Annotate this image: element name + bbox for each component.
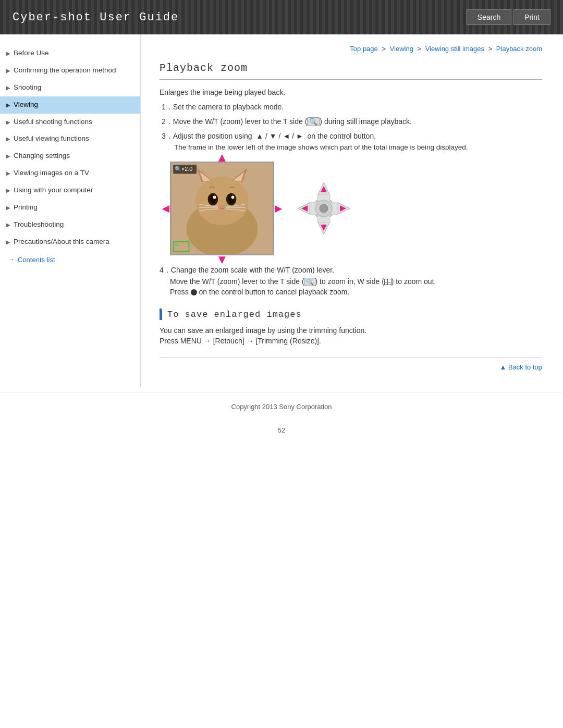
sidebar-item-troubleshooting[interactable]: ▶ Troubleshooting [0,216,140,233]
svg-point-2 [195,176,249,225]
sidebar-item-shooting[interactable]: ▶ Shooting [0,79,140,96]
sidebar-item-label: Shooting [14,83,132,93]
sidebar-item-label: Before Use [14,48,132,58]
arrow-icon: ▶ [6,67,10,75]
arrow-right-icon: → [8,256,15,263]
app-title: Cyber-shot User Guide [13,11,179,24]
arrow-icon: ▶ [6,50,10,57]
dpad-svg [295,180,352,237]
arrow-icon: ▶ [6,187,10,194]
intro-text: Enlarges the image being played back. [160,88,542,96]
footer: Copyright 2013 Sony Corporation [0,392,563,421]
breadcrumb-sep: > [382,45,387,53]
image-section: ▲ ▼ ◄ ► [170,162,542,255]
arrow-up-icon: ▲ [216,151,228,164]
contents-list-link[interactable]: → Contents list [0,251,140,269]
sidebar-item-label: Viewing images on a TV [14,168,132,178]
step-3-text: 3．Adjust the position using ▲ / ▼ / ◄ / … [162,132,376,140]
dpad-container [295,180,352,237]
page-number: 52 [0,426,563,434]
arrow-icon: ▶ [6,221,10,229]
circle-icon [191,289,197,295]
step-4-line3: Press on the control button to cancel pl… [160,288,542,296]
sidebar-item-viewing[interactable]: ▶ Viewing [0,96,140,114]
svg-point-33 [320,204,328,213]
section-heading: To save enlarged images [160,309,542,320]
breadcrumb-sep: > [488,45,494,53]
sidebar-item-label: Useful shooting functions [14,117,132,127]
breadcrumb-top[interactable]: Top page [350,45,378,53]
breadcrumb-playback-zoom[interactable]: Playback zoom [496,45,542,53]
cat-image-container: ▲ ▼ ◄ ► [170,162,274,255]
print-button[interactable]: Print [513,9,550,25]
page-title: Playback zoom [160,62,542,80]
sidebar-item-label: Useful viewing functions [14,134,132,144]
page-header: Cyber-shot User Guide Search Print [0,0,563,34]
step-4-text: 4．Change the zoom scale with the W/T (zo… [160,266,542,275]
arrow-icon: ▶ [6,102,10,109]
sidebar-item-precautions[interactable]: ▶ Precautions/About this camera [0,233,140,251]
arrow-icon: ▶ [6,153,10,160]
main-content: Top page > Viewing > Viewing still image… [141,34,563,387]
step-2: 2．Move the W/T (zoom) lever to the T sid… [160,117,542,127]
sidebar-item-label: Confirming the operation method [14,66,132,76]
save-section: You can save an enlarged image by using … [160,326,542,345]
sidebar-item-printing[interactable]: ▶ Printing [0,199,140,216]
sidebar-item-label: Changing settings [14,151,132,161]
arrow-right-icon: ► [272,202,285,215]
cat-image: 🔍×2.0 [171,163,273,254]
svg-rect-23 [175,243,179,246]
sidebar-item-label: Using with your computer [14,186,132,195]
back-to-top-link[interactable]: ▲ Back to top [499,363,542,371]
sidebar-item-before-use[interactable]: ▶ Before Use [0,45,140,62]
step-4-block: 4．Change the zoom scale with the W/T (zo… [160,266,542,296]
sidebar-item-label: Printing [14,203,132,213]
step-4-line2: Move the W/T (zoom) lever to the T side … [160,277,542,286]
search-button[interactable]: Search [467,9,511,25]
arrow-icon: ▶ [6,119,10,126]
arrow-left-icon: ◄ [160,202,172,215]
step-1: 1．Set the camera to playback mode. [160,103,542,112]
sidebar-item-confirming[interactable]: ▶ Confirming the operation method [0,62,140,79]
svg-point-12 [231,196,235,199]
sidebar-item-viewing-tv[interactable]: ▶ Viewing images on a TV [0,165,140,182]
breadcrumb-still-images[interactable]: Viewing still images [425,45,484,53]
sidebar-item-useful-viewing[interactable]: ▶ Useful viewing functions [0,130,140,147]
arrow-down-icon: ▼ [216,253,228,266]
save-text-2: Press MENU → [Retouch] → [Trimming (Resi… [160,337,542,345]
back-to-top[interactable]: ▲ Back to top [160,357,542,371]
step-2-text: 2．Move the W/T (zoom) lever to the T sid… [162,117,412,126]
sidebar-item-using-computer[interactable]: ▶ Using with your computer [0,182,140,199]
breadcrumb: Top page > Viewing > Viewing still image… [160,45,542,53]
header-buttons: Search Print [467,9,550,25]
cat-svg: 🔍×2.0 [171,163,273,254]
section-title: To save enlarged images [167,310,302,319]
sidebar-item-label: Troubleshooting [14,220,132,230]
contents-list-label: Contents list [18,256,55,264]
arrow-icon: ▶ [6,84,10,92]
breadcrumb-sep: > [418,45,423,53]
svg-point-11 [213,196,216,199]
steps-list: 1．Set the camera to playback mode. 2．Mov… [160,103,542,151]
arrow-icon: ▶ [6,239,10,246]
svg-text:🔍×2.0: 🔍×2.0 [175,166,192,172]
section-bar [160,309,162,320]
sidebar-item-label: Precautions/About this camera [14,237,132,247]
save-text-1: You can save an enlarged image by using … [160,326,542,335]
breadcrumb-viewing[interactable]: Viewing [390,45,413,53]
arrow-icon: ▶ [6,135,10,143]
arrow-icon: ▶ [6,170,10,177]
arrow-icon: ▶ [6,204,10,212]
sidebar-item-useful-shooting[interactable]: ▶ Useful shooting functions [0,114,140,131]
main-layout: ▶ Before Use ▶ Confirming the operation … [0,34,563,387]
step-1-text: 1．Set the camera to playback mode. [162,103,284,111]
step-3: 3．Adjust the position using ▲ / ▼ / ◄ / … [160,132,542,151]
sidebar: ▶ Before Use ▶ Confirming the operation … [0,34,141,387]
sidebar-item-changing-settings[interactable]: ▶ Changing settings [0,147,140,165]
copyright-text: Copyright 2013 Sony Corporation [231,403,332,411]
sidebar-item-label: Viewing [14,100,132,110]
